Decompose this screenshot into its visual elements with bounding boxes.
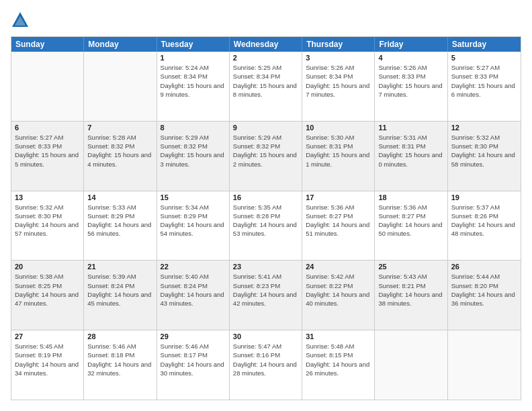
daylight: Daylight: 14 hours and 56 minutes. — [87, 220, 152, 238]
calendar-cell: 2Sunrise: 5:25 AMSunset: 8:34 PMDaylight… — [230, 52, 302, 121]
daylight: Daylight: 15 hours and 6 minutes. — [451, 81, 517, 99]
daylight: Daylight: 14 hours and 40 minutes. — [306, 290, 371, 308]
sunrise: Sunrise: 5:43 AM — [378, 272, 443, 281]
sunrise: Sunrise: 5:46 AM — [87, 342, 152, 351]
calendar-cell: 9Sunrise: 5:29 AMSunset: 8:32 PMDaylight… — [230, 122, 302, 191]
daylight: Daylight: 14 hours and 42 minutes. — [233, 290, 298, 308]
sunrise: Sunrise: 5:25 AM — [233, 63, 298, 72]
daylight: Daylight: 14 hours and 30 minutes. — [161, 360, 226, 378]
day-number: 26 — [451, 263, 517, 271]
sunset: Sunset: 8:16 PM — [233, 351, 298, 359]
sunset: Sunset: 8:22 PM — [306, 281, 371, 290]
sunrise: Sunrise: 5:41 AM — [233, 272, 298, 281]
daylight: Daylight: 14 hours and 36 minutes. — [451, 290, 517, 308]
calendar-row: 6Sunrise: 5:27 AMSunset: 8:33 PMDaylight… — [11, 121, 521, 191]
day-number: 31 — [306, 332, 371, 340]
calendar-cell: 6Sunrise: 5:27 AMSunset: 8:33 PMDaylight… — [11, 122, 84, 191]
sunset: Sunset: 8:28 PM — [233, 212, 298, 220]
sunset: Sunset: 8:31 PM — [306, 142, 371, 150]
sunset: Sunset: 8:33 PM — [378, 72, 443, 81]
day-number: 3 — [306, 54, 371, 62]
daylight: Daylight: 14 hours and 43 minutes. — [161, 290, 226, 308]
day-number: 20 — [15, 263, 80, 271]
sunrise: Sunrise: 5:29 AM — [161, 133, 226, 142]
daylight: Daylight: 15 hours and 5 minutes. — [15, 150, 80, 169]
calendar-cell: 1Sunrise: 5:24 AMSunset: 8:34 PMDaylight… — [157, 52, 230, 121]
day-number: 24 — [306, 263, 371, 271]
logo — [11, 11, 32, 30]
sunset: Sunset: 8:27 PM — [306, 212, 371, 220]
sunrise: Sunrise: 5:46 AM — [161, 342, 226, 351]
sunset: Sunset: 8:21 PM — [378, 281, 443, 290]
sunrise: Sunrise: 5:34 AM — [161, 203, 226, 212]
sunset: Sunset: 8:25 PM — [15, 281, 80, 290]
header-day: Thursday — [302, 37, 375, 52]
daylight: Daylight: 15 hours and 7 minutes. — [378, 81, 443, 99]
daylight: Daylight: 15 hours and 2 minutes. — [233, 150, 298, 169]
day-number: 9 — [233, 124, 298, 132]
calendar-cell: 19Sunrise: 5:37 AMSunset: 8:26 PMDayligh… — [448, 191, 521, 261]
calendar-cell: 8Sunrise: 5:29 AMSunset: 8:32 PMDaylight… — [157, 122, 230, 191]
day-number: 18 — [378, 193, 443, 201]
calendar-cell: 18Sunrise: 5:36 AMSunset: 8:27 PMDayligh… — [375, 191, 447, 261]
sunset: Sunset: 8:33 PM — [15, 142, 80, 150]
daylight: Daylight: 15 hours and 9 minutes. — [161, 81, 226, 99]
sunrise: Sunrise: 5:38 AM — [15, 272, 80, 281]
calendar-cell: 7Sunrise: 5:28 AMSunset: 8:32 PMDaylight… — [84, 122, 157, 191]
sunset: Sunset: 8:29 PM — [161, 212, 226, 220]
sunrise: Sunrise: 5:48 AM — [306, 342, 371, 351]
calendar-cell: 29Sunrise: 5:46 AMSunset: 8:17 PMDayligh… — [157, 330, 230, 400]
sunrise: Sunrise: 5:26 AM — [306, 63, 371, 72]
day-number: 21 — [87, 263, 152, 271]
calendar-cell — [448, 330, 521, 400]
sunset: Sunset: 8:34 PM — [161, 72, 226, 81]
calendar-cell: 15Sunrise: 5:34 AMSunset: 8:29 PMDayligh… — [157, 191, 230, 261]
page: SundayMondayTuesdayWednesdayThursdayFrid… — [0, 0, 532, 411]
sunset: Sunset: 8:30 PM — [451, 142, 517, 150]
sunset: Sunset: 8:34 PM — [233, 72, 298, 81]
daylight: Daylight: 14 hours and 47 minutes. — [15, 290, 80, 308]
header-day: Wednesday — [230, 37, 302, 52]
sunset: Sunset: 8:26 PM — [451, 212, 517, 220]
daylight: Daylight: 15 hours and 0 minutes. — [378, 150, 443, 169]
daylight: Daylight: 14 hours and 32 minutes. — [87, 360, 152, 378]
calendar-cell: 5Sunrise: 5:27 AMSunset: 8:33 PMDaylight… — [448, 52, 521, 121]
sunrise: Sunrise: 5:36 AM — [378, 203, 443, 212]
calendar-cell: 25Sunrise: 5:43 AMSunset: 8:21 PMDayligh… — [375, 261, 447, 330]
sunrise: Sunrise: 5:44 AM — [451, 272, 517, 281]
sunrise: Sunrise: 5:39 AM — [87, 272, 152, 281]
sunrise: Sunrise: 5:40 AM — [161, 272, 226, 281]
calendar-cell: 12Sunrise: 5:32 AMSunset: 8:30 PMDayligh… — [448, 122, 521, 191]
daylight: Daylight: 15 hours and 3 minutes. — [161, 150, 226, 169]
calendar-cell: 28Sunrise: 5:46 AMSunset: 8:18 PMDayligh… — [84, 330, 157, 400]
calendar-body: 1Sunrise: 5:24 AMSunset: 8:34 PMDaylight… — [11, 52, 521, 400]
calendar-cell: 30Sunrise: 5:47 AMSunset: 8:16 PMDayligh… — [230, 330, 302, 400]
day-number: 17 — [306, 193, 371, 201]
calendar-cell: 31Sunrise: 5:48 AMSunset: 8:15 PMDayligh… — [302, 330, 375, 400]
day-number: 16 — [233, 193, 298, 201]
daylight: Daylight: 14 hours and 54 minutes. — [161, 220, 226, 238]
sunset: Sunset: 8:34 PM — [306, 72, 371, 81]
calendar-row: 13Sunrise: 5:32 AMSunset: 8:30 PMDayligh… — [11, 191, 521, 261]
calendar-cell: 14Sunrise: 5:33 AMSunset: 8:29 PMDayligh… — [84, 191, 157, 261]
sunset: Sunset: 8:32 PM — [161, 142, 226, 150]
day-number: 12 — [451, 124, 517, 132]
sunset: Sunset: 8:31 PM — [378, 142, 443, 150]
calendar-cell: 27Sunrise: 5:45 AMSunset: 8:19 PMDayligh… — [11, 330, 84, 400]
day-number: 30 — [233, 332, 298, 340]
day-number: 10 — [306, 124, 371, 132]
calendar-header: SundayMondayTuesdayWednesdayThursdayFrid… — [11, 37, 521, 52]
sunset: Sunset: 8:19 PM — [15, 351, 80, 359]
day-number: 6 — [15, 124, 80, 132]
daylight: Daylight: 14 hours and 38 minutes. — [378, 290, 443, 308]
sunset: Sunset: 8:20 PM — [451, 281, 517, 290]
sunset: Sunset: 8:15 PM — [306, 351, 371, 359]
sunrise: Sunrise: 5:31 AM — [378, 133, 443, 142]
day-number: 8 — [161, 124, 226, 132]
day-number: 1 — [161, 54, 226, 62]
calendar-row: 1Sunrise: 5:24 AMSunset: 8:34 PMDaylight… — [11, 52, 521, 121]
daylight: Daylight: 15 hours and 4 minutes. — [87, 150, 152, 169]
day-number: 14 — [87, 193, 152, 201]
calendar-cell: 3Sunrise: 5:26 AMSunset: 8:34 PMDaylight… — [302, 52, 375, 121]
calendar-cell — [84, 52, 157, 121]
